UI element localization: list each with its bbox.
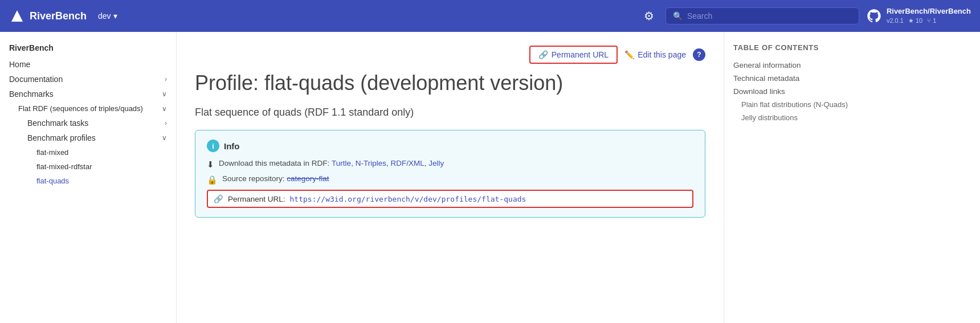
- toc-item-download[interactable]: Download links: [733, 85, 874, 98]
- link-icon: 🔗: [538, 50, 548, 59]
- gear-icon[interactable]: ⚙: [644, 9, 654, 23]
- permanent-url-button[interactable]: 🔗 Permanent URL: [529, 46, 618, 64]
- toc-title: Table of contents: [733, 43, 874, 52]
- source-icon: 🔒: [207, 175, 218, 185]
- navbar-logo-icon: [9, 8, 25, 24]
- download-icon: ⬇: [207, 160, 214, 170]
- toc-item-technical[interactable]: Technical metadata: [733, 72, 874, 85]
- navbar: RiverBench dev ▾ ⚙ 🔍 RiverBench/RiverBen…: [0, 0, 980, 32]
- sidebar-item-flat-quads[interactable]: flat-quads: [9, 174, 167, 188]
- main-content: 🔗 Permanent URL ✏️ Edit this page ? Prof…: [177, 32, 724, 323]
- sidebar: RiverBench Home Documentation › Benchmar…: [0, 32, 177, 323]
- toc-item-plain-flat[interactable]: Plain flat distributions (N-Quads): [733, 98, 874, 111]
- navbar-version[interactable]: dev ▾: [98, 11, 117, 21]
- sidebar-item-benchmark-profiles[interactable]: Benchmark profiles ∨: [9, 130, 167, 145]
- search-icon: 🔍: [673, 11, 683, 21]
- toc-item-jelly[interactable]: Jelly distributions: [733, 111, 874, 124]
- navbar-brand[interactable]: RiverBench: [9, 8, 87, 24]
- info-box-header: i Info: [207, 140, 693, 152]
- jelly-link[interactable]: Jelly: [428, 159, 444, 167]
- ntriples-link[interactable]: N-Triples: [356, 159, 386, 167]
- permanent-url-link[interactable]: https://w3id.org/riverbench/v/dev/profil…: [290, 195, 526, 203]
- sidebar-item-home[interactable]: Home: [9, 57, 167, 72]
- sidebar-brand: RiverBench: [9, 43, 167, 52]
- navbar-brand-name: RiverBench: [30, 10, 87, 22]
- layout: RiverBench Home Documentation › Benchmar…: [0, 32, 980, 323]
- edit-icon: ✏️: [624, 50, 634, 59]
- turtle-link[interactable]: Turtle: [332, 159, 351, 167]
- chevron-down-icon3: ∨: [162, 134, 167, 142]
- page-subtitle: Flat sequence of quads (RDF 1.1 standard…: [195, 107, 705, 118]
- sidebar-item-documentation[interactable]: Documentation ›: [9, 72, 167, 87]
- sidebar-item-flat-mixed[interactable]: flat-mixed: [9, 145, 167, 160]
- sidebar-item-benchmark-tasks[interactable]: Benchmark tasks ›: [9, 116, 167, 130]
- github-meta: RiverBench/RiverBench v2.0.1 ★ 10 ⑂ 1: [887, 7, 971, 24]
- source-repo-link[interactable]: category-flat: [287, 174, 329, 183]
- search-input[interactable]: [687, 11, 852, 21]
- permanent-url-row: 🔗 Permanent URL: https://w3id.org/riverb…: [207, 190, 693, 208]
- info-download-row: ⬇ Download this metadata in RDF: Turtle,…: [207, 159, 693, 170]
- chevron-down-icon: ▾: [113, 11, 117, 21]
- github-icon: [866, 8, 882, 24]
- info-source-row: 🔒 Source repository: category-flat: [207, 174, 693, 185]
- page-title: Profile: flat-quads (development version…: [195, 71, 705, 95]
- sidebar-item-flat-rdf[interactable]: Flat RDF (sequences of triples/quads) ∨: [9, 101, 167, 116]
- info-box: i Info ⬇ Download this metadata in RDF: …: [195, 130, 705, 218]
- help-button[interactable]: ?: [693, 48, 705, 61]
- chevron-down-icon: ∨: [162, 90, 167, 98]
- github-stats: v2.0.1 ★ 10 ⑂ 1: [887, 17, 971, 24]
- svg-marker-0: [11, 10, 23, 22]
- chevron-right-icon: ›: [165, 75, 167, 83]
- toc-item-general[interactable]: General information: [733, 59, 874, 72]
- github-link[interactable]: RiverBench/RiverBench v2.0.1 ★ 10 ⑂ 1: [866, 7, 971, 24]
- sidebar-item-benchmarks[interactable]: Benchmarks ∨: [9, 87, 167, 101]
- chevron-down-icon2: ∨: [162, 105, 167, 113]
- action-bar: 🔗 Permanent URL ✏️ Edit this page ?: [195, 46, 705, 64]
- search-box[interactable]: 🔍: [665, 7, 859, 24]
- rdfxml-link[interactable]: RDF/XML: [390, 159, 424, 167]
- chevron-right-icon2: ›: [165, 119, 167, 127]
- edit-page-button[interactable]: ✏️ Edit this page: [624, 50, 686, 59]
- info-icon: i: [207, 140, 219, 152]
- sidebar-item-flat-mixed-rdfstar[interactable]: flat-mixed-rdfstar: [9, 160, 167, 174]
- chain-icon: 🔗: [214, 194, 223, 203]
- table-of-contents: Table of contents General information Te…: [724, 32, 883, 323]
